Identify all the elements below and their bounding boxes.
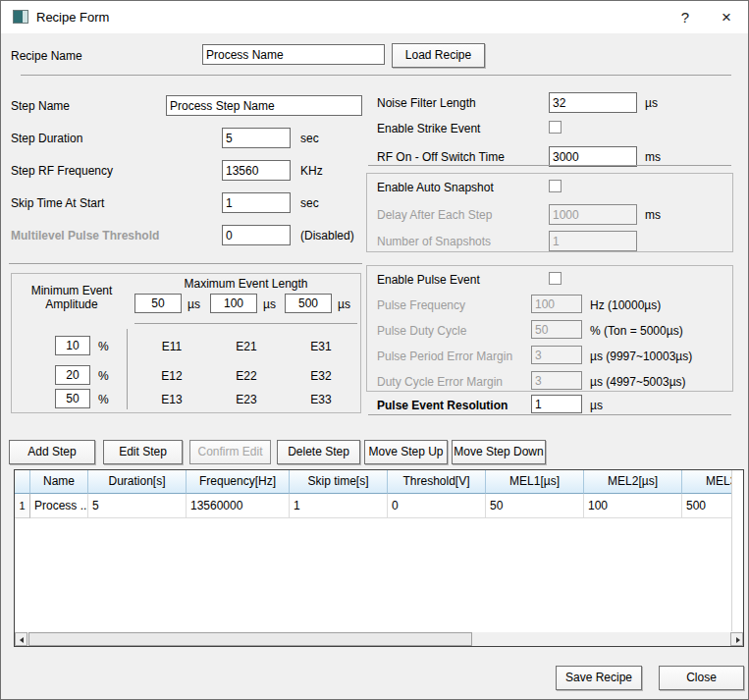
scrollbar-thumb[interactable] xyxy=(28,632,472,646)
separator xyxy=(21,75,731,76)
cell-mel1[interactable]: 50 xyxy=(486,494,584,518)
amplitude-2-input[interactable] xyxy=(55,365,90,385)
separator xyxy=(9,263,362,264)
noise-filter-label: Noise Filter Length xyxy=(377,96,476,110)
event-cell-e21: E21 xyxy=(221,340,272,353)
header-name[interactable]: Name xyxy=(30,470,88,494)
amplitude-3-input[interactable] xyxy=(55,389,90,408)
pulse-duty-cycle-input[interactable] xyxy=(531,320,582,339)
matrix-divider-vertical xyxy=(127,329,128,409)
app-window-icon xyxy=(13,10,28,24)
step-duration-input[interactable] xyxy=(222,128,291,148)
header-skip-time[interactable]: Skip time[s] xyxy=(290,470,388,494)
cell-mel2[interactable]: 100 xyxy=(584,494,682,518)
pulse-period-margin-input[interactable] xyxy=(531,346,582,364)
steps-table-viewport: Name Duration[s] Frequency[Hz] Skip time… xyxy=(15,470,731,631)
edit-step-button[interactable]: Edit Step xyxy=(103,440,183,464)
event-cell-e32: E32 xyxy=(295,369,347,383)
step-rf-frequency-label: Step RF Frequency xyxy=(11,164,113,178)
amplitude-2-unit: % xyxy=(98,369,109,383)
steps-table: Name Duration[s] Frequency[Hz] Skip time… xyxy=(14,469,744,647)
help-button[interactable]: ? xyxy=(670,5,700,29)
close-button[interactable]: Close xyxy=(659,666,744,690)
confirm-edit-button[interactable]: Confirm Edit xyxy=(189,440,271,464)
max-length-label: Maximum Event Length xyxy=(134,277,357,291)
duty-margin-input[interactable] xyxy=(531,371,582,390)
scrollbar-left-arrow-icon[interactable] xyxy=(15,632,27,646)
row-number[interactable]: 1 xyxy=(15,494,30,518)
event-cell-e12: E12 xyxy=(146,369,197,383)
cell-skip-time[interactable]: 1 xyxy=(290,494,388,518)
table-row[interactable]: 1 Process ... 5 13560000 1 0 50 100 500 xyxy=(15,494,731,518)
step-duration-label: Step Duration xyxy=(11,132,82,145)
enable-strike-label: Enable Strike Event xyxy=(377,122,480,135)
pulse-duty-cycle-unit: % (Ton = 5000µs) xyxy=(590,324,683,338)
max-length-1-input[interactable] xyxy=(134,294,182,313)
event-cell-e23: E23 xyxy=(221,393,272,406)
amplitude-1-input[interactable] xyxy=(55,336,90,355)
skip-time-label: Skip Time At Start xyxy=(11,196,104,210)
pulse-duty-cycle-label: Pulse Duty Cycle xyxy=(377,324,466,338)
noise-filter-unit: µs xyxy=(645,96,658,110)
snapshot-delay-label: Delay After Each Step xyxy=(377,208,492,222)
snapshot-count-input[interactable] xyxy=(549,231,637,251)
amplitude-3-unit: % xyxy=(98,393,109,406)
pulse-frequency-input[interactable] xyxy=(531,295,582,313)
header-mel2[interactable]: MEL2[µs] xyxy=(584,470,682,494)
add-step-button[interactable]: Add Step xyxy=(9,440,95,464)
pulse-resolution-input[interactable] xyxy=(531,395,582,413)
pulse-frequency-unit: Hz (10000µs) xyxy=(590,298,661,312)
header-mel3[interactable]: MEL3[µs] xyxy=(682,470,731,494)
cell-name[interactable]: Process ... xyxy=(30,494,88,518)
matrix-divider-horizontal xyxy=(134,323,357,324)
pulse-period-margin-unit: µs (9997~10003µs) xyxy=(590,350,692,363)
rf-switch-time-input[interactable] xyxy=(549,146,637,167)
skip-time-input[interactable] xyxy=(222,192,291,213)
enable-pulse-event-checkbox[interactable] xyxy=(549,272,562,285)
cell-mel3[interactable]: 500 xyxy=(682,494,731,518)
enable-auto-snapshot-checkbox[interactable] xyxy=(549,180,562,192)
scrollbar-right-arrow-icon[interactable] xyxy=(730,632,743,646)
enable-strike-checkbox[interactable] xyxy=(549,121,562,134)
move-step-down-button[interactable]: Move Step Down xyxy=(452,440,546,464)
step-name-input[interactable] xyxy=(166,95,362,116)
header-frequency[interactable]: Frequency[Hz] xyxy=(187,470,290,494)
separator xyxy=(368,414,731,415)
header-threshold[interactable]: Threshold[V] xyxy=(388,470,486,494)
header-duration[interactable]: Duration[s] xyxy=(88,470,187,494)
cell-duration[interactable]: 5 xyxy=(88,494,187,518)
pulse-frequency-label: Pulse Frequency xyxy=(377,298,465,312)
cell-frequency[interactable]: 13560000 xyxy=(187,494,290,518)
vertical-scrollbar-track[interactable] xyxy=(731,470,743,631)
move-step-up-button[interactable]: Move Step Up xyxy=(364,440,448,464)
recipe-name-input[interactable] xyxy=(202,44,385,65)
noise-filter-input[interactable] xyxy=(549,92,637,113)
snapshot-delay-input[interactable] xyxy=(549,204,637,225)
multilevel-threshold-input[interactable] xyxy=(222,225,291,245)
cell-threshold[interactable]: 0 xyxy=(388,494,486,518)
recipe-form-window: Recipe Form ? × Recipe Name Load Recipe … xyxy=(0,0,749,700)
rf-switch-time-label: RF On - Off Switch Time xyxy=(377,150,505,164)
multilevel-threshold-label: Multilevel Pulse Threshold xyxy=(11,229,159,242)
step-duration-unit: sec xyxy=(300,132,319,145)
max-length-2-unit: µs xyxy=(263,297,276,311)
horizontal-scrollbar[interactable] xyxy=(15,632,743,646)
load-recipe-button[interactable]: Load Recipe xyxy=(392,43,485,68)
duty-margin-unit: µs (4997~5003µs) xyxy=(590,375,686,389)
close-window-button[interactable]: × xyxy=(712,5,741,29)
recipe-name-label: Recipe Name xyxy=(11,49,82,63)
step-rf-frequency-input[interactable] xyxy=(222,160,291,181)
amplitude-1-unit: % xyxy=(98,340,109,353)
rf-switch-time-unit: ms xyxy=(645,150,661,164)
header-corner-cell[interactable] xyxy=(15,470,30,494)
window-title: Recipe Form xyxy=(36,10,109,25)
save-recipe-button[interactable]: Save Recipe xyxy=(556,666,642,690)
titlebar[interactable]: Recipe Form ? × xyxy=(1,1,748,33)
header-mel1[interactable]: MEL1[µs] xyxy=(486,470,584,494)
separator xyxy=(368,165,731,166)
event-cell-e11: E11 xyxy=(146,340,197,353)
max-length-3-input[interactable] xyxy=(285,294,332,313)
step-name-label: Step Name xyxy=(11,99,70,113)
max-length-2-input[interactable] xyxy=(210,294,257,313)
delete-step-button[interactable]: Delete Step xyxy=(277,440,360,464)
